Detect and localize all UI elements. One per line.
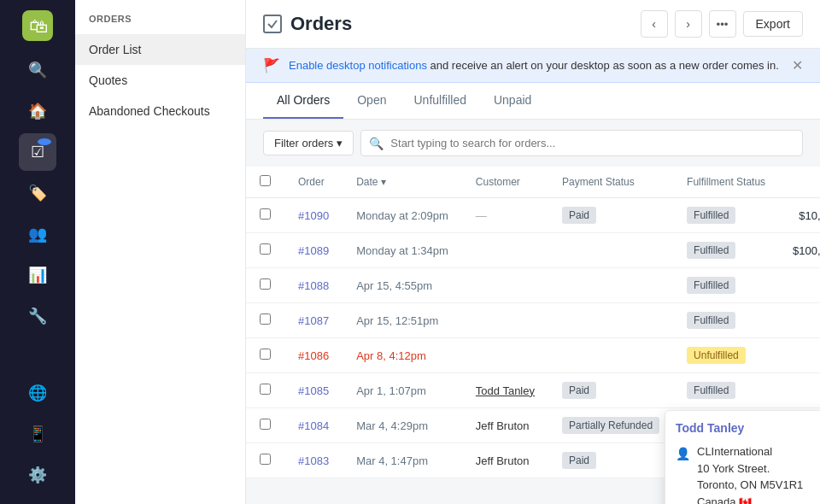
row-checkbox[interactable] — [260, 243, 271, 255]
sidebar-icon-analytics[interactable]: 📊 — [19, 256, 56, 294]
order-date: Apr 15, 4:55pm — [343, 268, 462, 303]
nav-item-abandoned-checkouts[interactable]: Abandoned Checkouts — [75, 96, 245, 126]
tab-unfulfilled[interactable]: Unfulfilled — [400, 83, 479, 119]
table-row: #1087 Apr 15, 12:51pm Fulfilled $1.13 — [246, 303, 820, 338]
filter-chevron-icon: ▾ — [337, 137, 343, 149]
notification-flag-icon: 🚩 — [263, 57, 280, 73]
fulfillment-badge: Fulfilled — [687, 277, 735, 294]
popover-address2: Toronto, ON M5V1R1 — [697, 477, 803, 494]
tabs: All Orders Open Unfulfilled Unpaid — [246, 83, 820, 120]
fulfillment-badge: Fulfilled — [687, 312, 735, 329]
order-date: Monday at 2:09pm — [343, 198, 462, 233]
order-total: $100,000.00 — [779, 233, 820, 268]
table-row: #1088 Apr 15, 4:55pm Fulfilled $1.00 — [246, 268, 820, 303]
tab-unpaid[interactable]: Unpaid — [480, 83, 545, 119]
nav-item-order-list[interactable]: Order List — [75, 34, 245, 65]
order-id-link[interactable]: #1086 — [298, 349, 329, 362]
col-payment: Payment Status — [548, 167, 673, 198]
fulfillment-badge: Fulfilled — [687, 207, 735, 224]
sidebar-icon-customers[interactable]: 👥 — [19, 215, 56, 253]
order-id-link[interactable]: #1089 — [298, 244, 329, 257]
order-id-link[interactable]: #1083 — [298, 454, 329, 467]
fulfillment-badge: Unfulfilled — [687, 347, 746, 364]
row-checkbox[interactable] — [260, 208, 271, 220]
order-id-link[interactable]: #1088 — [298, 279, 329, 292]
sidebar-icon-apps[interactable]: 📱 — [19, 415, 56, 453]
order-date: Apr 1, 1:07pm — [343, 373, 462, 408]
canada-flag-icon: 🇨🇦 — [739, 496, 752, 505]
col-customer: Customer — [462, 167, 548, 198]
order-total: $1.00 — [779, 373, 820, 408]
sidebar-icon-products[interactable]: 🏷️ — [19, 174, 56, 212]
notification-text: Enable desktop notifications and receive… — [289, 59, 779, 72]
popover-address-row: 👤 CLInternational 10 York Street. Toront… — [676, 443, 820, 504]
nav-item-quotes[interactable]: Quotes — [75, 65, 245, 96]
payment-badge: Paid — [562, 382, 596, 399]
orders-checkbox-icon — [263, 15, 282, 33]
order-id-link[interactable]: #1090 — [298, 209, 329, 222]
order-customer — [462, 338, 548, 373]
order-customer — [462, 303, 548, 338]
col-date: Date ▾ — [343, 167, 462, 198]
order-total: $12.30 — [779, 338, 820, 373]
customer-link[interactable]: Todd Tanley — [476, 384, 535, 397]
col-total: Total — [779, 167, 820, 198]
col-fulfillment: Fulfillment Status — [673, 167, 779, 198]
address-icon: 👤 — [676, 445, 690, 463]
order-date: Monday at 1:34pm — [343, 233, 462, 268]
notification-bar: 🚩 Enable desktop notifications and recei… — [246, 49, 820, 83]
order-id-link[interactable]: #1085 — [298, 384, 329, 397]
order-id-link[interactable]: #1084 — [298, 419, 329, 432]
topbar-actions: ‹ › ••• Export — [641, 10, 803, 38]
order-date: Apr 15, 12:51pm — [343, 303, 462, 338]
popover-address: CLInternational 10 York Street. Toronto,… — [697, 443, 803, 504]
row-checkbox[interactable] — [260, 454, 271, 465]
nav-forward-button[interactable]: › — [675, 10, 702, 38]
popover-address1: 10 York Street. — [697, 460, 803, 478]
order-date: Apr 8, 4:12pm — [343, 338, 462, 373]
customer-popover: Todd Tanley 👤 CLInternational 10 York St… — [665, 410, 820, 504]
sidebar-icon-search[interactable]: 🔍 — [19, 51, 56, 89]
search-input[interactable] — [360, 130, 803, 156]
row-checkbox[interactable] — [260, 278, 271, 290]
topbar: Orders ‹ › ••• Export — [246, 0, 820, 49]
tab-all-orders[interactable]: All Orders — [263, 83, 343, 119]
popover-customer-name: Todd Tanley — [676, 421, 820, 435]
sidebar-icon-online-store[interactable]: 🌐 — [19, 374, 56, 412]
more-button[interactable]: ••• — [709, 10, 736, 38]
order-customer: Todd Tanley — [462, 373, 548, 408]
table-row: #1085 Apr 1, 1:07pm Todd Tanley Paid Ful… — [246, 373, 820, 408]
row-checkbox[interactable] — [260, 349, 271, 360]
sidebar-icon-marketing[interactable]: 🔧 — [19, 297, 56, 335]
row-checkbox[interactable] — [260, 384, 271, 395]
table-wrap: Order Date ▾ Customer Payment Status Ful… — [246, 167, 820, 478]
left-nav: ORDERS Order List Quotes Abandoned Check… — [75, 0, 246, 504]
shopify-logo[interactable]: 🛍 — [22, 10, 53, 41]
order-customer — [462, 233, 548, 268]
select-all-checkbox[interactable] — [260, 175, 271, 186]
popover-country: Canada 🇨🇦 — [697, 494, 803, 505]
order-customer — [462, 268, 548, 303]
col-order: Order — [284, 167, 343, 198]
sidebar-icon-home[interactable]: 🏠 — [19, 92, 56, 130]
export-button[interactable]: Export — [743, 11, 803, 37]
row-checkbox[interactable] — [260, 419, 271, 430]
table-row: #1086 Apr 8, 4:12pm Unfulfilled $12.30 — [246, 338, 820, 373]
order-customer: — — [462, 198, 548, 233]
notification-text-post: and receive an alert on your desktop as … — [430, 59, 779, 72]
search-icon: 🔍 — [369, 137, 384, 150]
filter-button[interactable]: Filter orders ▾ — [263, 131, 354, 155]
sidebar-icon-settings[interactable]: ⚙️ — [19, 456, 56, 494]
notification-link[interactable]: Enable desktop notifications — [289, 59, 427, 72]
tab-open[interactable]: Open — [343, 83, 400, 119]
sidebar-icon-orders[interactable]: ☑ — [19, 133, 56, 171]
fulfillment-badge: Fulfilled — [687, 242, 735, 259]
search-box: 🔍 — [360, 130, 803, 156]
fulfillment-badge: Fulfilled — [687, 382, 735, 399]
row-checkbox[interactable] — [260, 314, 271, 325]
nav-back-button[interactable]: ‹ — [641, 10, 668, 38]
order-id-link[interactable]: #1087 — [298, 314, 329, 327]
orders-icon: ☑ — [31, 143, 44, 161]
order-date: Mar 4, 1:47pm — [343, 443, 462, 478]
notification-close-button[interactable]: ✕ — [792, 57, 803, 73]
